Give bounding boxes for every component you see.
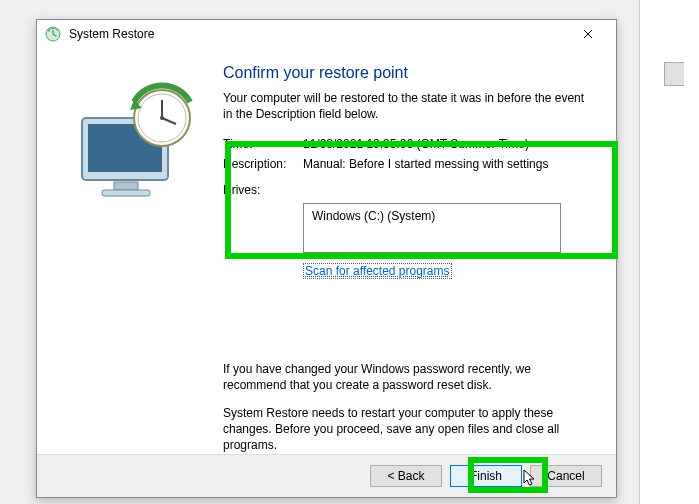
illustration-column	[57, 60, 217, 453]
back-button[interactable]: < Back	[370, 465, 442, 487]
restore-monitor-clock-icon	[72, 82, 202, 202]
scan-affected-programs-link[interactable]: Scan for affected programs	[303, 263, 452, 279]
page-heading: Confirm your restore point	[223, 64, 596, 82]
description-value: Manual: Before I started messing with se…	[303, 157, 596, 171]
time-label: Time:	[223, 137, 303, 151]
info-row-description: Description: Manual: Before I started me…	[223, 157, 596, 171]
info-row-time: Time: 11/08/2021 10:35:06 (GMT Summer Ti…	[223, 137, 596, 151]
info-row-drives: Drives:	[223, 183, 596, 197]
password-advice-text: If you have changed your Windows passwor…	[223, 361, 596, 393]
drives-list-box: Windows (C:) (System)	[303, 203, 561, 253]
cancel-button[interactable]: Cancel	[530, 465, 602, 487]
drives-value: Windows (C:) (System)	[312, 209, 435, 223]
page-subtext: Your computer will be restored to the st…	[223, 90, 596, 122]
dialog-body: Confirm your restore point Your computer…	[37, 48, 616, 453]
close-button[interactable]	[568, 20, 608, 48]
background-window	[639, 0, 699, 504]
svg-rect-3	[114, 182, 138, 190]
content-column: Confirm your restore point Your computer…	[217, 60, 596, 453]
system-restore-dialog: System Restore	[36, 19, 617, 498]
system-restore-icon	[45, 26, 61, 42]
description-label: Description:	[223, 157, 303, 171]
svg-point-9	[160, 116, 164, 120]
background-button-fragment	[664, 62, 684, 86]
svg-rect-4	[102, 190, 150, 196]
time-value: 11/08/2021 10:35:06 (GMT Summer Time)	[303, 137, 596, 151]
finish-button[interactable]: Finish	[450, 465, 522, 487]
wizard-button-bar: < Back Finish Cancel	[37, 454, 616, 497]
window-title: System Restore	[69, 27, 154, 41]
close-icon	[583, 26, 593, 42]
titlebar: System Restore	[37, 20, 616, 48]
drives-label: Drives:	[223, 183, 303, 197]
restart-warning-text: System Restore needs to restart your com…	[223, 405, 596, 454]
